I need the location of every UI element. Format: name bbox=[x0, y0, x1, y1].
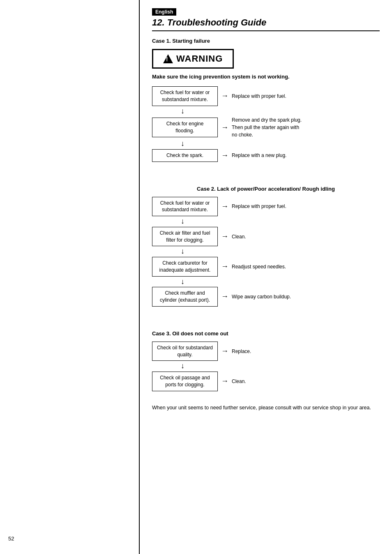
warning-box: WARNING bbox=[152, 49, 234, 69]
case3-step2-arrow-icon: → bbox=[221, 377, 228, 385]
case2-step2-arrow-icon: → bbox=[221, 232, 228, 241]
warning-label: WARNING bbox=[176, 53, 223, 64]
case1-flow: Check fuel for water or substandard mixt… bbox=[152, 86, 380, 162]
case3-step2-box: Check oil passage and ports for clogging… bbox=[152, 372, 218, 391]
case1-down2-icon: ↓ bbox=[152, 139, 380, 148]
case2-step4-row: Check muffler and cylinder (exhaust port… bbox=[152, 287, 380, 307]
case1-step2-result: Remove and dry the spark plug. Then pull… bbox=[232, 116, 306, 138]
case3-step1-box: Check oil for substandard quality. bbox=[152, 342, 218, 361]
case2-flow: Check fuel for water or substandard mixt… bbox=[152, 197, 380, 307]
case2-step1-box: Check fuel for water or substandard mixt… bbox=[152, 197, 218, 217]
case2-step3-row: Check carburetor for inadequate adjustme… bbox=[152, 257, 380, 277]
case3-step1-result: Replace. bbox=[232, 348, 251, 355]
case1-step1-arrow-icon: → bbox=[221, 92, 228, 100]
left-margin: 52 bbox=[0, 0, 140, 554]
case3-step1-row: Check oil for substandard quality. → Rep… bbox=[152, 342, 380, 361]
case2-step1-result: Replace with proper fuel. bbox=[232, 203, 286, 210]
case2-step3-arrow-icon: → bbox=[221, 262, 228, 271]
case2-down3-icon: ↓ bbox=[152, 277, 380, 286]
case2-title: Case 2. Lack of power/Poor acceleration/… bbox=[152, 186, 380, 192]
case2-down2-icon: ↓ bbox=[152, 247, 380, 256]
case1-step2-arrow-icon: → bbox=[221, 123, 228, 132]
case1-step3-result: Replace with a new plug. bbox=[232, 152, 286, 159]
case3-down1-icon: ↓ bbox=[152, 362, 380, 371]
case1-step2-box: Check for engine flooding. bbox=[152, 118, 218, 137]
case2-step4-arrow-icon: → bbox=[221, 292, 228, 301]
case2-step2-row: Check air filter and fuel filter for clo… bbox=[152, 227, 380, 247]
section-title: 12. Troubleshooting Guide bbox=[152, 17, 380, 31]
language-badge: English bbox=[152, 8, 176, 16]
case1-title: Case 1. Starting failure bbox=[152, 38, 380, 44]
warning-note: Make sure the icing prevention system is… bbox=[152, 74, 380, 80]
content-area: English 12. Troubleshooting Guide Case 1… bbox=[140, 0, 392, 554]
case2-step1-arrow-icon: → bbox=[221, 202, 228, 211]
case1-step1-result: Replace with proper fuel. bbox=[232, 92, 286, 100]
page-number: 52 bbox=[8, 536, 14, 542]
case3-step1-arrow-icon: → bbox=[221, 347, 228, 355]
case1-step3-arrow-icon: → bbox=[221, 151, 228, 160]
footer-note: When your unit seems to need further ser… bbox=[152, 404, 380, 412]
warning-triangle-icon bbox=[163, 54, 173, 63]
case2-step4-box: Check muffler and cylinder (exhaust port… bbox=[152, 287, 218, 307]
case2-step1-row: Check fuel for water or substandard mixt… bbox=[152, 197, 380, 217]
case1-step1-row: Check fuel for water or substandard mixt… bbox=[152, 86, 380, 106]
case3-flow: Check oil for substandard quality. → Rep… bbox=[152, 342, 380, 391]
case2-step3-result: Readjust speed needles. bbox=[232, 263, 286, 270]
case1-down1-icon: ↓ bbox=[152, 107, 380, 116]
case3-step2-result: Clean. bbox=[232, 378, 246, 385]
case2-step2-result: Clean. bbox=[232, 233, 246, 240]
case3-step2-row: Check oil passage and ports for clogging… bbox=[152, 372, 380, 391]
case2-step3-box: Check carburetor for inadequate adjustme… bbox=[152, 257, 218, 277]
case1-step2-row: Check for engine flooding. → Remove and … bbox=[152, 116, 380, 138]
case3-title: Case 3. Oil does not come out bbox=[152, 330, 380, 337]
case1-step1-box: Check fuel for water or substandard mixt… bbox=[152, 86, 218, 106]
case1-step3-box: Check the spark. bbox=[152, 149, 218, 162]
case1-step3-row: Check the spark. → Replace with a new pl… bbox=[152, 149, 380, 162]
case2-step4-result: Wipe away carbon buildup. bbox=[232, 293, 291, 300]
case2-down1-icon: ↓ bbox=[152, 217, 380, 226]
page: 52 English 12. Troubleshooting Guide Cas… bbox=[0, 0, 392, 554]
case2-step2-box: Check air filter and fuel filter for clo… bbox=[152, 227, 218, 247]
